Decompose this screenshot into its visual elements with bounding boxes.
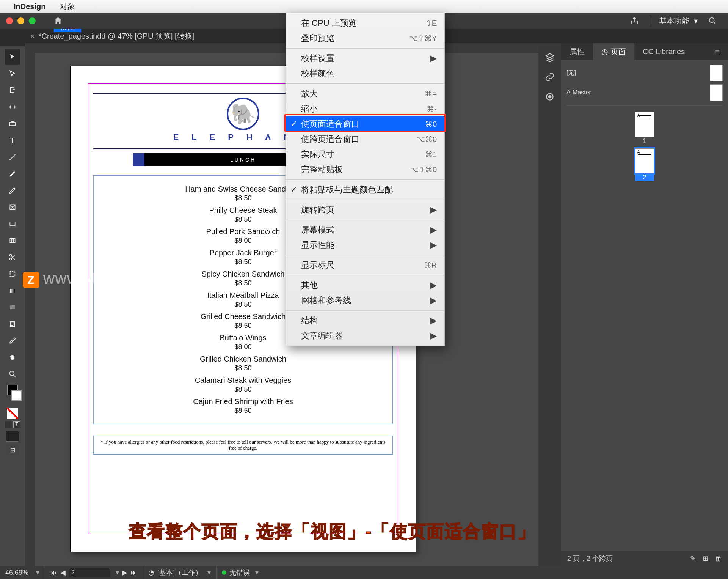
ruler-origin[interactable] (25, 43, 35, 53)
panel-tab-页面[interactable]: ◷页面 (593, 43, 634, 60)
svg-rect-9 (10, 289, 15, 293)
trash-icon[interactable]: 🗑 (715, 555, 722, 563)
rectangle-tool[interactable] (5, 216, 20, 231)
direct-selection-tool[interactable] (5, 66, 20, 81)
free-transform-tool[interactable] (5, 266, 20, 282)
close-tab-icon[interactable]: × (30, 32, 35, 41)
edit-page-icon[interactable]: ✎ (690, 554, 696, 563)
hand-tool[interactable] (5, 350, 20, 365)
menu-item[interactable]: 放大⌘= (286, 86, 444, 101)
screen-mode-button[interactable] (6, 431, 19, 442)
menu-item[interactable]: ✓将粘贴板与主题颜色匹配 (286, 182, 444, 197)
menu-item[interactable]: ✓使页面适合窗口⌘0 (286, 116, 444, 132)
selection-tool[interactable] (5, 49, 20, 65)
window-controls (0, 17, 42, 24)
menu-item[interactable]: 旋转跨页▶ (286, 202, 444, 217)
line-tool[interactable] (5, 149, 20, 165)
gap-tool[interactable] (5, 99, 20, 115)
menu-item[interactable]: 显示标尺⌘R (286, 258, 444, 273)
watermark-logo-icon: Z (23, 272, 39, 288)
document-tab[interactable]: × *Create_pages.indd @ 47% [GPU 预览] [转换] (30, 31, 194, 41)
menu-item[interactable]: 文章编辑器▶ (286, 328, 444, 343)
menu-item[interactable]: 叠印预览⌥⇧⌘Y (286, 31, 444, 46)
pencil-tool[interactable] (5, 183, 20, 198)
home-icon[interactable] (53, 16, 63, 26)
svg-rect-8 (10, 272, 15, 277)
elephant-logo-icon: 🐘 (227, 98, 259, 130)
master-row[interactable]: [无] (566, 63, 723, 83)
menu-item[interactable]: 校样颜色 (286, 66, 444, 81)
panel-menu-icon[interactable]: ≡ (707, 43, 728, 60)
view-menu-dropdown[interactable]: 在 CPU 上预览⇧E叠印预览⌥⇧⌘Y校样设置▶校样颜色放大⌘=缩小⌘-✓使页面… (286, 13, 445, 346)
chevron-down-icon: ▾ (694, 16, 698, 25)
workspace-label: 基本功能 (659, 16, 689, 26)
table-icon[interactable] (5, 233, 20, 248)
preflight-user-icon: ◔ (148, 568, 154, 577)
panel-tab-CC Libraries[interactable]: CC Libraries (634, 43, 693, 60)
type-tool[interactable]: T (5, 133, 20, 148)
stroke-panel-icon[interactable] (543, 90, 556, 103)
menu-item[interactable]: 使跨页适合窗口⌥⌘0 (286, 132, 444, 147)
page-thumbnail[interactable]: A (635, 112, 654, 137)
menu-item[interactable]: 其他▶ (286, 278, 444, 293)
fill-stroke-swatches[interactable] (7, 385, 18, 406)
page-number-field[interactable] (69, 568, 110, 577)
scissors-tool[interactable] (5, 250, 20, 265)
errors-section[interactable]: 无错误 (216, 566, 259, 579)
gradient-feather-tool[interactable] (5, 300, 20, 315)
content-collector-tool[interactable] (5, 116, 20, 131)
menu-item[interactable]: 实际尺寸⌘1 (286, 147, 444, 162)
menu-item[interactable]: 结构▶ (286, 313, 444, 328)
menu-对象[interactable]: 对象 (54, 2, 81, 12)
menu-item[interactable]: 缩小⌘- (286, 101, 444, 116)
last-page-icon[interactable]: ⏭ (130, 569, 137, 577)
new-page-icon[interactable]: ⊞ (703, 554, 708, 563)
zoom-level[interactable]: 46.69% (5, 569, 28, 577)
canvas[interactable]: 🐘 E L E P H A N T LUNCH Ham and Swiss Ch… (25, 43, 538, 566)
first-page-icon[interactable]: ⏮ (50, 569, 57, 577)
close-window-button[interactable] (6, 17, 13, 24)
chevron-down-icon (205, 568, 211, 577)
mac-menubar: InDesign 文件编辑版面文字对象表视图窗口帮助 (0, 0, 728, 13)
layers-icon[interactable] (543, 51, 556, 64)
vertical-ruler[interactable] (25, 53, 35, 566)
menu-item[interactable]: 网格和参考线▶ (286, 293, 444, 308)
master-row[interactable]: A-Master (566, 83, 723, 102)
errors-label: 无错误 (229, 568, 250, 577)
page-thumbnail[interactable]: A (635, 148, 654, 173)
menu-item[interactable]: 屏幕模式▶ (286, 222, 444, 238)
watermark-text: www.MacZ.com (43, 269, 160, 287)
color-apply-row[interactable]: T (5, 421, 20, 428)
workspace-switcher[interactable]: 基本功能 ▾ (650, 16, 698, 26)
gradient-swatch-tool[interactable] (5, 283, 20, 298)
menu-item[interactable]: 完整粘贴板⌥⇧⌘0 (286, 162, 444, 177)
next-page-icon[interactable]: ▶ (122, 568, 127, 577)
links-icon[interactable] (543, 71, 556, 83)
pages-panel-footer: 2 页，2 个跨页 ✎ ⊞ 🗑 (561, 551, 728, 566)
search-icon[interactable] (708, 17, 717, 25)
zoom-window-button[interactable] (29, 17, 36, 24)
status-bar: 46.69% ⏮ ◀ ▶ ⏭ ◔ [基本]（工作） 无错误 (0, 566, 728, 579)
grid-toggle-button[interactable]: ⊞ (6, 445, 19, 455)
svg-rect-2 (10, 123, 16, 126)
page-navigator: ⏮ ◀ ▶ ⏭ (45, 566, 137, 579)
app-name[interactable]: InDesign (14, 2, 46, 11)
eyedropper-tool[interactable] (5, 333, 20, 348)
svg-point-0 (709, 18, 714, 23)
page-dropdown-icon[interactable] (113, 568, 119, 577)
minimize-window-button[interactable] (17, 17, 24, 24)
menu-item[interactable]: 校样设置▶ (286, 51, 444, 66)
prev-page-icon[interactable]: ◀ (60, 568, 66, 577)
none-swatch[interactable] (7, 408, 18, 419)
preflight-section[interactable]: ◔ [基本]（工作） (143, 566, 211, 579)
rectangle-frame-tool[interactable] (5, 200, 20, 215)
panel-tab-属性[interactable]: 属性 (561, 43, 593, 60)
share-icon[interactable] (630, 16, 639, 25)
pen-tool[interactable] (5, 166, 20, 181)
zoom-tool[interactable] (5, 367, 20, 382)
page-tool[interactable] (5, 83, 20, 98)
zoom-dropdown-icon[interactable] (34, 568, 39, 577)
menu-item[interactable]: 显示性能▶ (286, 238, 444, 253)
menu-item[interactable]: 在 CPU 上预览⇧E (286, 16, 444, 31)
note-tool[interactable] (5, 316, 20, 332)
